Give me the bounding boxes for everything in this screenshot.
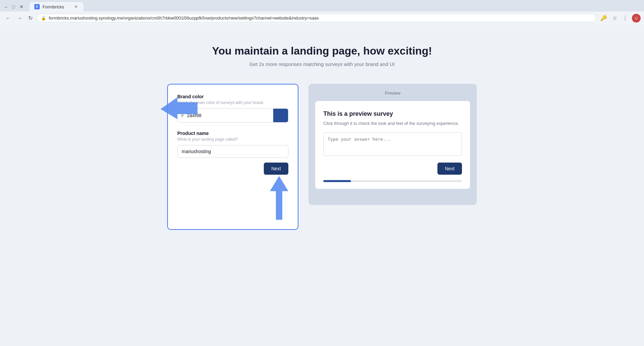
preview-textarea[interactable] — [323, 132, 462, 156]
arrow-left-container — [160, 97, 198, 126]
product-name-input[interactable] — [177, 145, 288, 158]
next-button[interactable]: Next — [264, 163, 288, 175]
browser-chrome: – □ ✕ F Formbricks ✕ ← → ↻ 🔒 formbricks.… — [0, 0, 644, 25]
preview-label: Preview — [315, 91, 470, 96]
toolbar-actions: 🔑 ☆ ⋮ — [598, 13, 630, 23]
maximize-button[interactable]: □ — [10, 3, 17, 11]
brand-color-input[interactable] — [187, 109, 273, 122]
page-subtitle: Get 2x more responses matching surveys w… — [249, 61, 395, 67]
back-button[interactable]: ← — [3, 14, 13, 23]
address-bar[interactable]: 🔒 formbricks.mariushosting.synology.me/o… — [37, 14, 596, 22]
reload-button[interactable]: ↻ — [26, 13, 35, 23]
preview-survey-title: This is a preview survey — [323, 110, 462, 117]
product-name-field-group: Product name What is your landing page c… — [177, 131, 288, 158]
tab-favicon: F — [34, 4, 40, 9]
preview-card: This is a preview survey Click through i… — [315, 101, 470, 189]
forward-button[interactable]: → — [15, 14, 24, 23]
url-text: formbricks.mariushosting.synology.me/org… — [49, 15, 592, 21]
preview-panel: Preview This is a preview survey Click t… — [309, 84, 477, 205]
close-window-button[interactable]: ✕ — [17, 3, 26, 11]
arrow-left-icon — [160, 97, 198, 124]
browser-toolbar: ← → ↻ 🔒 formbricks.mariushosting.synolog… — [0, 11, 644, 25]
product-name-desc: What is your landing page called? — [177, 137, 288, 142]
minimize-button[interactable]: – — [3, 3, 9, 11]
svg-marker-1 — [270, 176, 288, 220]
color-swatch-button[interactable] — [273, 109, 288, 122]
password-icon[interactable]: 🔑 — [598, 13, 609, 23]
bookmark-icon[interactable]: ☆ — [610, 13, 619, 23]
svg-marker-0 — [160, 97, 198, 119]
arrow-up-container — [177, 176, 288, 220]
user-avatar[interactable]: U — [632, 14, 641, 23]
tab-title: Formbricks — [42, 4, 64, 9]
page-content: You maintain a landing page, how excitin… — [0, 25, 644, 346]
preview-next-button[interactable]: Next — [437, 163, 462, 175]
tab-close-button[interactable]: ✕ — [73, 4, 79, 9]
page-title: You maintain a landing page, how excitin… — [212, 45, 432, 57]
menu-icon[interactable]: ⋮ — [620, 13, 630, 23]
window-controls[interactable]: – □ ✕ — [3, 3, 26, 11]
tab-bar: – □ ✕ F Formbricks ✕ — [0, 0, 644, 11]
browser-tab[interactable]: F Formbricks ✕ — [30, 2, 83, 11]
preview-progress-fill — [323, 180, 351, 182]
preview-progress-bar — [323, 180, 462, 182]
next-area: Next — [177, 163, 288, 175]
arrow-up-icon — [270, 176, 288, 220]
main-area: Brand color Match the main color of surv… — [167, 84, 477, 230]
lock-icon: 🔒 — [41, 16, 46, 21]
product-name-label: Product name — [177, 131, 288, 136]
preview-survey-desc: Click through it to check the look and f… — [323, 120, 462, 127]
